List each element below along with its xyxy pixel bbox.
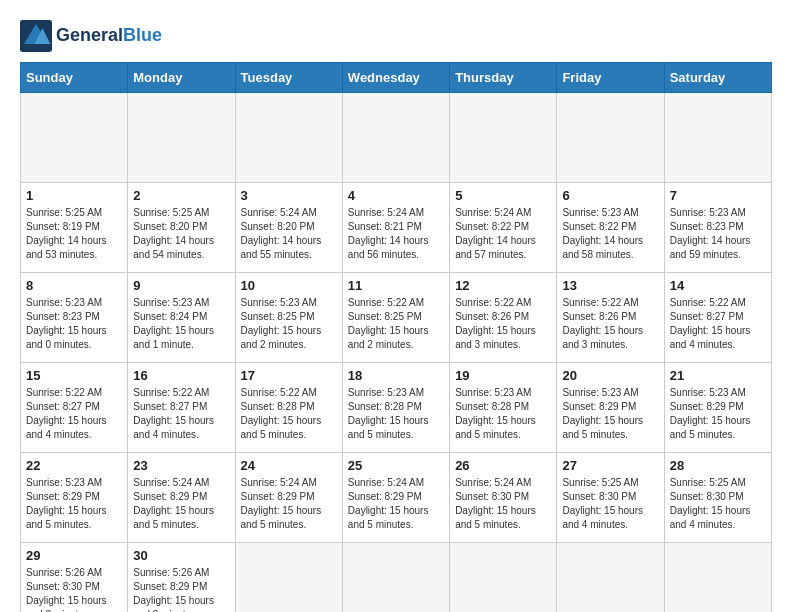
- day-number: 15: [26, 368, 122, 383]
- calendar-cell: 21Sunrise: 5:23 AM Sunset: 8:29 PM Dayli…: [664, 363, 771, 453]
- calendar-cell: [128, 93, 235, 183]
- day-info: Sunrise: 5:25 AM Sunset: 8:30 PM Dayligh…: [670, 476, 766, 532]
- logo-text-line1: GeneralBlue: [56, 26, 162, 46]
- calendar-cell: 4Sunrise: 5:24 AM Sunset: 8:21 PM Daylig…: [342, 183, 449, 273]
- logo: GeneralBlue: [20, 20, 162, 52]
- day-info: Sunrise: 5:22 AM Sunset: 8:26 PM Dayligh…: [455, 296, 551, 352]
- day-info: Sunrise: 5:23 AM Sunset: 8:24 PM Dayligh…: [133, 296, 229, 352]
- calendar-cell: 26Sunrise: 5:24 AM Sunset: 8:30 PM Dayli…: [450, 453, 557, 543]
- calendar-cell: [664, 93, 771, 183]
- header-row: SundayMondayTuesdayWednesdayThursdayFrid…: [21, 63, 772, 93]
- day-number: 2: [133, 188, 229, 203]
- calendar-cell: 28Sunrise: 5:25 AM Sunset: 8:30 PM Dayli…: [664, 453, 771, 543]
- day-info: Sunrise: 5:24 AM Sunset: 8:29 PM Dayligh…: [133, 476, 229, 532]
- col-header-saturday: Saturday: [664, 63, 771, 93]
- day-number: 22: [26, 458, 122, 473]
- day-number: 27: [562, 458, 658, 473]
- calendar-cell: 8Sunrise: 5:23 AM Sunset: 8:23 PM Daylig…: [21, 273, 128, 363]
- day-info: Sunrise: 5:26 AM Sunset: 8:30 PM Dayligh…: [26, 566, 122, 612]
- calendar-cell: 5Sunrise: 5:24 AM Sunset: 8:22 PM Daylig…: [450, 183, 557, 273]
- day-info: Sunrise: 5:25 AM Sunset: 8:30 PM Dayligh…: [562, 476, 658, 532]
- day-number: 30: [133, 548, 229, 563]
- day-number: 20: [562, 368, 658, 383]
- week-row: 15Sunrise: 5:22 AM Sunset: 8:27 PM Dayli…: [21, 363, 772, 453]
- calendar-cell: [450, 543, 557, 613]
- day-number: 1: [26, 188, 122, 203]
- week-row: 22Sunrise: 5:23 AM Sunset: 8:29 PM Dayli…: [21, 453, 772, 543]
- calendar-cell: 29Sunrise: 5:26 AM Sunset: 8:30 PM Dayli…: [21, 543, 128, 613]
- col-header-wednesday: Wednesday: [342, 63, 449, 93]
- calendar-cell: 24Sunrise: 5:24 AM Sunset: 8:29 PM Dayli…: [235, 453, 342, 543]
- col-header-sunday: Sunday: [21, 63, 128, 93]
- day-number: 8: [26, 278, 122, 293]
- day-number: 5: [455, 188, 551, 203]
- calendar-cell: 11Sunrise: 5:22 AM Sunset: 8:25 PM Dayli…: [342, 273, 449, 363]
- week-row: [21, 93, 772, 183]
- calendar-cell: 3Sunrise: 5:24 AM Sunset: 8:20 PM Daylig…: [235, 183, 342, 273]
- day-number: 10: [241, 278, 337, 293]
- day-info: Sunrise: 5:24 AM Sunset: 8:20 PM Dayligh…: [241, 206, 337, 262]
- day-number: 24: [241, 458, 337, 473]
- page-header: GeneralBlue: [20, 20, 772, 52]
- day-info: Sunrise: 5:23 AM Sunset: 8:29 PM Dayligh…: [562, 386, 658, 442]
- calendar-cell: 20Sunrise: 5:23 AM Sunset: 8:29 PM Dayli…: [557, 363, 664, 453]
- day-info: Sunrise: 5:22 AM Sunset: 8:27 PM Dayligh…: [26, 386, 122, 442]
- day-info: Sunrise: 5:24 AM Sunset: 8:30 PM Dayligh…: [455, 476, 551, 532]
- calendar-cell: 14Sunrise: 5:22 AM Sunset: 8:27 PM Dayli…: [664, 273, 771, 363]
- col-header-thursday: Thursday: [450, 63, 557, 93]
- calendar-cell: 25Sunrise: 5:24 AM Sunset: 8:29 PM Dayli…: [342, 453, 449, 543]
- day-number: 18: [348, 368, 444, 383]
- day-info: Sunrise: 5:25 AM Sunset: 8:19 PM Dayligh…: [26, 206, 122, 262]
- calendar-cell: 16Sunrise: 5:22 AM Sunset: 8:27 PM Dayli…: [128, 363, 235, 453]
- calendar-cell: [21, 93, 128, 183]
- calendar-cell: [664, 543, 771, 613]
- calendar-cell: 1Sunrise: 5:25 AM Sunset: 8:19 PM Daylig…: [21, 183, 128, 273]
- col-header-tuesday: Tuesday: [235, 63, 342, 93]
- day-info: Sunrise: 5:24 AM Sunset: 8:29 PM Dayligh…: [241, 476, 337, 532]
- day-info: Sunrise: 5:22 AM Sunset: 8:27 PM Dayligh…: [670, 296, 766, 352]
- day-number: 28: [670, 458, 766, 473]
- calendar-cell: 10Sunrise: 5:23 AM Sunset: 8:25 PM Dayli…: [235, 273, 342, 363]
- calendar-cell: 22Sunrise: 5:23 AM Sunset: 8:29 PM Dayli…: [21, 453, 128, 543]
- calendar-cell: 12Sunrise: 5:22 AM Sunset: 8:26 PM Dayli…: [450, 273, 557, 363]
- calendar-cell: 13Sunrise: 5:22 AM Sunset: 8:26 PM Dayli…: [557, 273, 664, 363]
- calendar-cell: [342, 543, 449, 613]
- col-header-monday: Monday: [128, 63, 235, 93]
- calendar-cell: 30Sunrise: 5:26 AM Sunset: 8:29 PM Dayli…: [128, 543, 235, 613]
- calendar-cell: 18Sunrise: 5:23 AM Sunset: 8:28 PM Dayli…: [342, 363, 449, 453]
- day-number: 4: [348, 188, 444, 203]
- logo-icon: [20, 20, 52, 52]
- day-number: 14: [670, 278, 766, 293]
- calendar-cell: [450, 93, 557, 183]
- calendar-cell: 9Sunrise: 5:23 AM Sunset: 8:24 PM Daylig…: [128, 273, 235, 363]
- day-number: 3: [241, 188, 337, 203]
- week-row: 8Sunrise: 5:23 AM Sunset: 8:23 PM Daylig…: [21, 273, 772, 363]
- calendar-cell: 2Sunrise: 5:25 AM Sunset: 8:20 PM Daylig…: [128, 183, 235, 273]
- calendar-cell: 19Sunrise: 5:23 AM Sunset: 8:28 PM Dayli…: [450, 363, 557, 453]
- calendar-cell: [342, 93, 449, 183]
- day-number: 29: [26, 548, 122, 563]
- calendar-cell: 15Sunrise: 5:22 AM Sunset: 8:27 PM Dayli…: [21, 363, 128, 453]
- calendar-cell: [557, 543, 664, 613]
- day-number: 9: [133, 278, 229, 293]
- day-info: Sunrise: 5:23 AM Sunset: 8:22 PM Dayligh…: [562, 206, 658, 262]
- day-number: 23: [133, 458, 229, 473]
- day-info: Sunrise: 5:24 AM Sunset: 8:21 PM Dayligh…: [348, 206, 444, 262]
- day-info: Sunrise: 5:24 AM Sunset: 8:29 PM Dayligh…: [348, 476, 444, 532]
- day-info: Sunrise: 5:22 AM Sunset: 8:28 PM Dayligh…: [241, 386, 337, 442]
- day-number: 13: [562, 278, 658, 293]
- day-number: 12: [455, 278, 551, 293]
- day-number: 21: [670, 368, 766, 383]
- day-number: 25: [348, 458, 444, 473]
- day-info: Sunrise: 5:23 AM Sunset: 8:28 PM Dayligh…: [348, 386, 444, 442]
- day-info: Sunrise: 5:23 AM Sunset: 8:29 PM Dayligh…: [670, 386, 766, 442]
- calendar-cell: [235, 93, 342, 183]
- calendar-table: SundayMondayTuesdayWednesdayThursdayFrid…: [20, 62, 772, 612]
- day-number: 16: [133, 368, 229, 383]
- day-number: 7: [670, 188, 766, 203]
- day-info: Sunrise: 5:22 AM Sunset: 8:27 PM Dayligh…: [133, 386, 229, 442]
- day-info: Sunrise: 5:23 AM Sunset: 8:25 PM Dayligh…: [241, 296, 337, 352]
- day-info: Sunrise: 5:22 AM Sunset: 8:25 PM Dayligh…: [348, 296, 444, 352]
- col-header-friday: Friday: [557, 63, 664, 93]
- day-number: 26: [455, 458, 551, 473]
